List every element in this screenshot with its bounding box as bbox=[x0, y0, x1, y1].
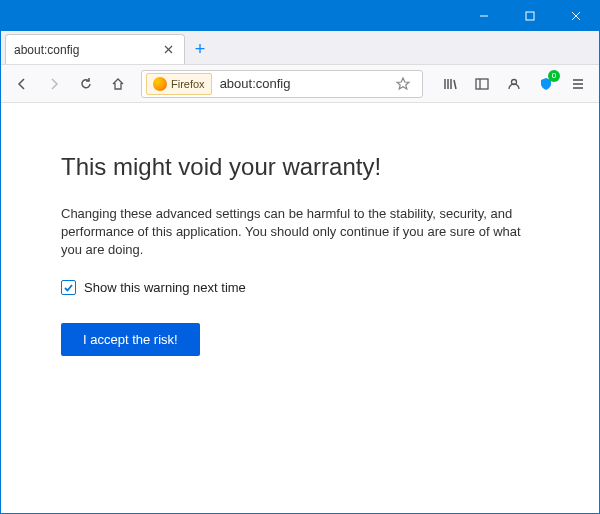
account-button[interactable] bbox=[499, 69, 529, 99]
warning-page: This might void your warranty! Changing … bbox=[1, 103, 599, 406]
browser-window: about:config + Firefox about:config bbox=[0, 0, 600, 514]
close-window-button[interactable] bbox=[553, 1, 599, 31]
warning-heading: This might void your warranty! bbox=[61, 153, 539, 181]
show-warning-checkbox[interactable] bbox=[61, 280, 76, 295]
sidebar-icon bbox=[474, 76, 490, 92]
close-icon bbox=[571, 11, 581, 21]
tab-title: about:config bbox=[14, 43, 154, 57]
content-area: This might void your warranty! Changing … bbox=[1, 103, 599, 513]
home-icon bbox=[110, 76, 126, 92]
minimize-icon bbox=[479, 11, 489, 21]
checkbox-label[interactable]: Show this warning next time bbox=[84, 280, 246, 295]
warning-body: Changing these advanced settings can be … bbox=[61, 205, 539, 260]
tab-close-button[interactable] bbox=[160, 42, 176, 58]
back-button[interactable] bbox=[7, 69, 37, 99]
close-icon bbox=[164, 45, 173, 54]
pocket-button[interactable]: 0 bbox=[531, 69, 561, 99]
sidebar-button[interactable] bbox=[467, 69, 497, 99]
titlebar bbox=[1, 1, 599, 31]
pocket-badge: 0 bbox=[548, 70, 560, 82]
accept-risk-button[interactable]: I accept the risk! bbox=[61, 323, 200, 356]
plus-icon: + bbox=[195, 39, 206, 60]
titlebar-spacer bbox=[1, 1, 461, 31]
new-tab-button[interactable]: + bbox=[185, 34, 215, 64]
svg-rect-1 bbox=[526, 12, 534, 20]
maximize-button[interactable] bbox=[507, 1, 553, 31]
reload-button[interactable] bbox=[71, 69, 101, 99]
bookmark-star-button[interactable] bbox=[388, 69, 418, 99]
toolbar-right: 0 bbox=[435, 69, 593, 99]
toolbar: Firefox about:config 0 bbox=[1, 65, 599, 103]
reload-icon bbox=[78, 76, 94, 92]
account-icon bbox=[506, 76, 522, 92]
home-button[interactable] bbox=[103, 69, 133, 99]
forward-button[interactable] bbox=[39, 69, 69, 99]
maximize-icon bbox=[525, 11, 535, 21]
identity-box[interactable]: Firefox bbox=[146, 73, 212, 95]
url-bar[interactable]: Firefox about:config bbox=[141, 70, 423, 98]
library-button[interactable] bbox=[435, 69, 465, 99]
identity-label: Firefox bbox=[171, 78, 205, 90]
svg-rect-6 bbox=[476, 79, 488, 89]
library-icon bbox=[442, 76, 458, 92]
firefox-icon bbox=[153, 77, 167, 91]
checkbox-row: Show this warning next time bbox=[61, 280, 539, 295]
check-icon bbox=[63, 282, 74, 293]
arrow-right-icon bbox=[46, 76, 62, 92]
url-text[interactable]: about:config bbox=[216, 76, 384, 91]
tab-strip: about:config + bbox=[1, 31, 599, 65]
app-menu-button[interactable] bbox=[563, 69, 593, 99]
star-icon bbox=[395, 76, 411, 92]
arrow-left-icon bbox=[14, 76, 30, 92]
minimize-button[interactable] bbox=[461, 1, 507, 31]
tab-about-config[interactable]: about:config bbox=[5, 34, 185, 64]
hamburger-icon bbox=[570, 76, 586, 92]
